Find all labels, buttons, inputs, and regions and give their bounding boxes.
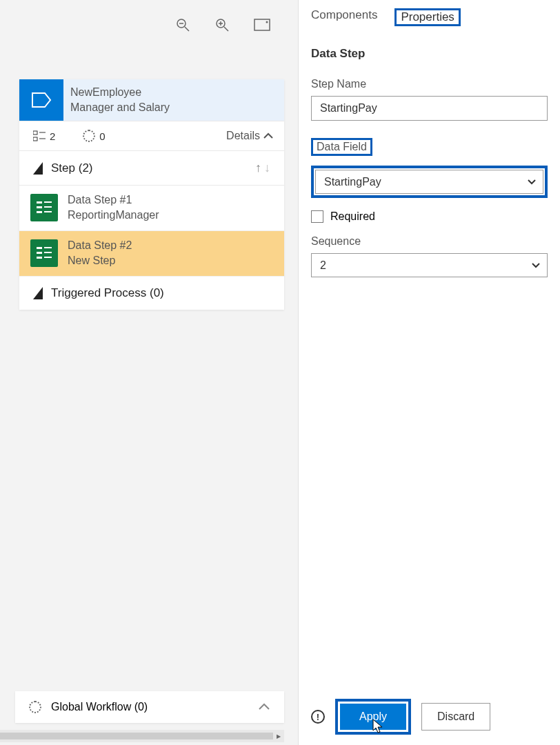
step-name-label: Step Name bbox=[311, 78, 548, 90]
data-step-title: Data Step #2 bbox=[68, 238, 132, 253]
svg-rect-13 bbox=[37, 201, 42, 203]
right-panel: Components Properties Data Step Step Nam… bbox=[298, 0, 560, 745]
required-checkbox[interactable] bbox=[311, 210, 323, 223]
data-field-label: Data Field bbox=[311, 138, 372, 156]
stage-card: NewEmployee Manager and Salary 2 0 Detai… bbox=[19, 79, 284, 310]
left-panel: NewEmployee Manager and Salary 2 0 Detai… bbox=[0, 0, 298, 745]
sequence-select[interactable]: 2 bbox=[311, 253, 548, 277]
step-name-input[interactable] bbox=[311, 96, 548, 121]
arrow-up-icon[interactable]: ↑ bbox=[255, 161, 261, 175]
chevron-up-icon bbox=[263, 132, 273, 139]
card-subtitle: Manager and Salary bbox=[70, 100, 284, 115]
svg-rect-9 bbox=[33, 131, 37, 135]
data-step-2[interactable]: Data Step #2 New Step bbox=[19, 231, 284, 277]
form-icon bbox=[30, 239, 58, 267]
chevron-up-icon bbox=[258, 701, 270, 713]
info-icon[interactable]: ! bbox=[311, 710, 325, 724]
triangle-icon bbox=[33, 162, 43, 175]
zoom-in-icon[interactable] bbox=[214, 17, 230, 35]
step-header-row[interactable]: Step (2) ↑ ↓ bbox=[19, 151, 284, 186]
data-step-subtitle: New Step bbox=[68, 253, 132, 268]
global-workflow-bar[interactable]: Global Workflow (0) bbox=[15, 691, 284, 723]
zoom-out-icon[interactable] bbox=[175, 17, 190, 35]
section-title: Data Step bbox=[311, 47, 548, 61]
triggered-label: Triggered Process (0) bbox=[51, 286, 164, 300]
horizontal-scrollbar[interactable] bbox=[0, 730, 284, 742]
svg-point-8 bbox=[266, 21, 268, 23]
toolbar bbox=[0, 0, 298, 41]
data-step-1[interactable]: Data Step #1 ReportingManager bbox=[19, 186, 284, 231]
svg-rect-11 bbox=[33, 137, 37, 141]
apply-button[interactable]: Apply bbox=[340, 704, 406, 730]
svg-rect-21 bbox=[37, 252, 42, 254]
right-footer: ! Apply Discard bbox=[311, 699, 548, 735]
svg-rect-17 bbox=[37, 211, 42, 213]
tabs: Components Properties bbox=[311, 8, 548, 26]
tab-properties[interactable]: Properties bbox=[394, 8, 460, 26]
dotted-circle-icon bbox=[83, 130, 95, 142]
card-header[interactable]: NewEmployee Manager and Salary bbox=[19, 79, 284, 121]
fit-icon[interactable] bbox=[254, 19, 270, 34]
svg-line-1 bbox=[185, 27, 189, 31]
discard-button[interactable]: Discard bbox=[421, 703, 490, 731]
meta-steps: 2 bbox=[33, 130, 55, 142]
svg-line-4 bbox=[224, 27, 228, 31]
svg-rect-19 bbox=[37, 247, 42, 249]
svg-rect-15 bbox=[37, 206, 42, 208]
meta-circle: 0 bbox=[83, 130, 105, 142]
data-step-title: Data Step #1 bbox=[68, 192, 159, 208]
card-title: NewEmployee bbox=[70, 85, 284, 100]
list-icon bbox=[33, 130, 46, 141]
form-icon bbox=[30, 194, 58, 221]
tab-components[interactable]: Components bbox=[311, 8, 377, 26]
data-field-select[interactable]: StartingPay bbox=[315, 170, 543, 194]
dotted-circle-icon bbox=[29, 701, 41, 713]
stage-icon bbox=[19, 79, 63, 121]
triggered-process-row[interactable]: Triggered Process (0) bbox=[19, 277, 284, 310]
data-step-subtitle: ReportingManager bbox=[68, 208, 159, 223]
svg-rect-7 bbox=[254, 19, 270, 30]
card-meta: 2 0 Details bbox=[19, 121, 284, 151]
sequence-label: Sequence bbox=[311, 235, 548, 248]
step-label: Step (2) bbox=[51, 161, 93, 175]
triangle-icon bbox=[33, 287, 43, 299]
arrow-down-icon[interactable]: ↓ bbox=[264, 161, 270, 175]
svg-rect-23 bbox=[37, 257, 42, 259]
required-label: Required bbox=[330, 210, 375, 223]
details-toggle[interactable]: Details bbox=[226, 130, 273, 142]
global-workflow-label: Global Workflow (0) bbox=[51, 701, 148, 713]
